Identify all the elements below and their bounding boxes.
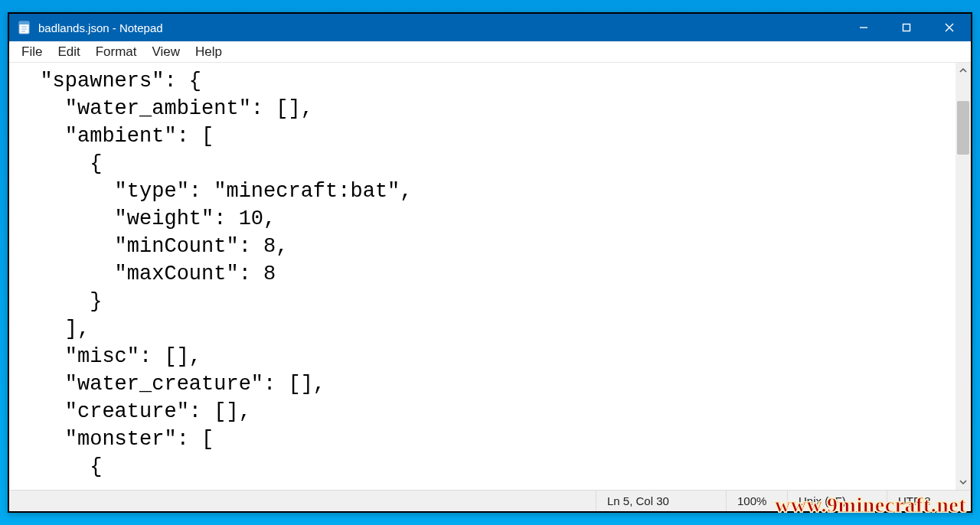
- svg-rect-1: [19, 21, 29, 24]
- window-title: badlands.json - Notepad: [38, 21, 163, 34]
- menu-edit[interactable]: Edit: [50, 43, 87, 61]
- menu-file[interactable]: File: [14, 43, 50, 61]
- minimize-button[interactable]: [842, 14, 885, 41]
- menu-help[interactable]: Help: [188, 43, 230, 61]
- notepad-window: badlands.json - Notepad File Edit Format…: [8, 12, 972, 513]
- scroll-down-icon[interactable]: [956, 474, 971, 490]
- vertical-scrollbar[interactable]: [956, 63, 971, 490]
- scrollbar-thumb[interactable]: [957, 101, 969, 155]
- scroll-up-icon[interactable]: [956, 63, 971, 78]
- scrollbar-track[interactable]: [956, 78, 971, 474]
- menubar: File Edit Format View Help: [9, 41, 971, 63]
- menu-view[interactable]: View: [145, 43, 188, 61]
- titlebar[interactable]: badlands.json - Notepad: [9, 14, 971, 41]
- svg-rect-6: [903, 24, 910, 31]
- close-button[interactable]: [928, 14, 971, 41]
- text-editor[interactable]: "spawners": { "water_ambient": [], "ambi…: [9, 63, 956, 490]
- status-position: Ln 5, Col 30: [596, 491, 726, 511]
- content-area: "spawners": { "water_ambient": [], "ambi…: [9, 63, 971, 490]
- menu-format[interactable]: Format: [88, 43, 145, 61]
- notepad-icon: [17, 20, 32, 35]
- watermark-text: www.9minecraft.net: [775, 493, 966, 517]
- maximize-button[interactable]: [885, 14, 928, 41]
